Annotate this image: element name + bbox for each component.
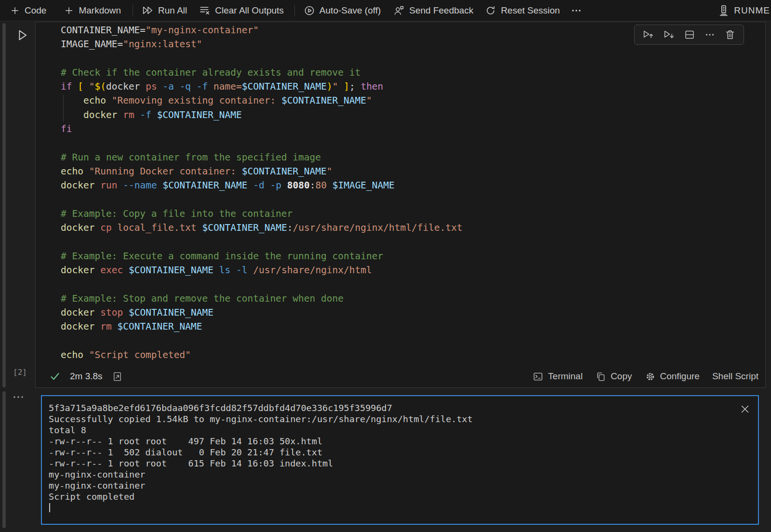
output-line: Successfully copied 1.54kB to my-nginx-c… xyxy=(49,413,739,425)
plus-icon xyxy=(10,5,20,16)
code-lines[interactable]: CONTAINER_NAME="my-nginx-container"IMAGE… xyxy=(61,23,764,362)
code-line[interactable] xyxy=(61,277,764,291)
code-line[interactable]: docker stop $CONTAINER_NAME xyxy=(61,306,764,319)
send-feedback-icon xyxy=(393,5,405,16)
execution-count: [2] xyxy=(13,367,27,378)
add-code-button[interactable]: Code xyxy=(10,5,46,16)
code-line[interactable]: # Run a new container from the specified… xyxy=(61,150,764,164)
code-line[interactable]: # Example: Stop and remove the container… xyxy=(61,292,764,306)
copy-label: Copy xyxy=(611,371,632,382)
terminal-button[interactable]: Terminal xyxy=(532,371,583,382)
run-all-button[interactable]: Run All xyxy=(142,4,187,16)
output-focus-bar xyxy=(2,391,6,528)
clear-outputs-icon xyxy=(199,4,211,16)
gear-icon xyxy=(645,371,656,382)
reset-session-button[interactable]: Reset Session xyxy=(485,5,560,16)
execute-above-icon[interactable] xyxy=(642,29,654,41)
code-line[interactable]: docker rm $CONTAINER_NAME xyxy=(61,319,764,333)
copy-button[interactable]: Copy xyxy=(595,371,632,382)
output-line: Script completed xyxy=(49,491,739,502)
output-line: my-nginx-container xyxy=(49,480,739,491)
runme-logo-icon xyxy=(717,4,730,17)
output-terminal[interactable]: 5f3a715a9a8be2efd6176bdaa096f3fcdd82f57d… xyxy=(41,395,759,525)
open-output-file-icon[interactable] xyxy=(112,371,123,382)
split-cell-icon[interactable] xyxy=(684,29,695,40)
code-line[interactable] xyxy=(61,334,764,348)
terminal-cursor xyxy=(49,503,50,512)
terminal-label: Terminal xyxy=(548,371,583,382)
clear-all-outputs-button[interactable]: Clear All Outputs xyxy=(199,4,284,16)
auto-save-toggle[interactable]: Auto-Save (off) xyxy=(304,5,381,16)
output-menu-button[interactable] xyxy=(12,391,25,403)
play-icon xyxy=(15,28,29,42)
output-line: total 8 xyxy=(49,425,739,436)
output-close-button[interactable] xyxy=(739,403,751,415)
run-all-label: Run All xyxy=(158,5,187,16)
code-line[interactable] xyxy=(61,136,764,150)
toolbar-separator xyxy=(294,5,295,16)
auto-save-icon xyxy=(304,5,315,16)
cell-status-bar: 2m 3.8s Terminal Copy Configure Shell Sc… xyxy=(36,365,765,387)
code-line[interactable]: # Example: Execute a command inside the … xyxy=(61,249,764,263)
execution-duration: 2m 3.8s xyxy=(70,371,103,382)
send-feedback-label: Send Feedback xyxy=(409,5,473,16)
code-line[interactable]: echo "Script completed" xyxy=(61,348,764,362)
indent-guide xyxy=(63,94,64,122)
more-actions-icon[interactable] xyxy=(704,29,716,40)
code-line[interactable]: docker run --name $CONTAINER_NAME -d -p … xyxy=(61,178,764,192)
delete-cell-icon[interactable] xyxy=(724,29,736,40)
code-line[interactable]: # Check if the container already exists … xyxy=(61,66,764,80)
terminal-icon xyxy=(532,371,544,382)
add-markdown-button[interactable]: Markdown xyxy=(64,5,121,16)
cell-focus-bar xyxy=(2,23,6,387)
code-line[interactable]: docker cp local_file.txt $CONTAINER_NAME… xyxy=(61,221,764,235)
send-feedback-button[interactable]: Send Feedback xyxy=(393,5,473,16)
plus-icon xyxy=(64,5,74,16)
language-label: Shell Script xyxy=(712,371,758,382)
notebook-window: Code Markdown Run All Clear All Outputs … xyxy=(0,0,771,532)
code-line[interactable] xyxy=(61,193,764,207)
toolbar-separator xyxy=(133,5,133,16)
output-lines: 5f3a715a9a8be2efd6176bdaa096f3fcdd82f57d… xyxy=(49,402,739,502)
add-markdown-label: Markdown xyxy=(79,5,121,16)
runme-brand[interactable]: RUNME xyxy=(717,4,770,17)
output-line: 5f3a715a9a8be2efd6176bdaa096f3fcdd82f57d… xyxy=(49,402,739,413)
code-cell: CONTAINER_NAME="my-nginx-container"IMAGE… xyxy=(35,22,766,388)
clear-all-outputs-label: Clear All Outputs xyxy=(215,5,284,16)
status-left: 2m 3.8s xyxy=(49,371,123,382)
run-all-icon xyxy=(142,4,154,16)
toolbar-more-button[interactable] xyxy=(571,5,582,16)
code-line[interactable]: docker exec $CONTAINER_NAME ls -l /usr/s… xyxy=(61,263,764,277)
code-line[interactable]: fi xyxy=(61,122,764,136)
output-line: -rw-r--r-- 1 root root 615 Feb 14 16:03 … xyxy=(49,458,739,469)
status-right: Terminal Copy Configure Shell Script xyxy=(532,371,758,382)
notebook-toolbar: Code Markdown Run All Clear All Outputs … xyxy=(0,0,771,21)
output-line: my-nginx-container xyxy=(49,469,739,480)
code-line[interactable] xyxy=(61,235,764,249)
add-code-label: Code xyxy=(25,5,46,16)
configure-label: Configure xyxy=(660,371,700,382)
output-line: -rw-r--r-- 1 root root 497 Feb 14 16:03 … xyxy=(49,436,739,447)
code-line[interactable]: # Example: Copy a file into the containe… xyxy=(61,207,764,221)
more-icon xyxy=(571,5,582,16)
output-line: -rw-r--r-- 1 502 dialout 0 Feb 20 21:47 … xyxy=(49,447,739,458)
code-line[interactable]: if [ "$(docker ps -a -q -f name=$CONTAIN… xyxy=(61,80,764,93)
code-line[interactable]: docker rm -f $CONTAINER_NAME xyxy=(61,108,764,122)
cell-toolbar xyxy=(634,25,744,45)
code-line[interactable]: echo "Removing existing container: $CONT… xyxy=(61,93,764,107)
execute-below-icon[interactable] xyxy=(663,29,675,41)
language-picker[interactable]: Shell Script xyxy=(712,371,758,382)
copy-icon xyxy=(595,371,606,382)
reset-session-icon xyxy=(485,5,496,16)
close-icon xyxy=(739,403,751,415)
code-line[interactable] xyxy=(61,52,764,66)
success-check-icon xyxy=(49,371,61,382)
code-line[interactable]: echo "Running Docker container: $CONTAIN… xyxy=(61,164,764,178)
runme-brand-label: RUNME xyxy=(734,5,770,16)
auto-save-label: Auto-Save (off) xyxy=(319,5,381,16)
run-cell-button[interactable] xyxy=(15,28,29,42)
configure-button[interactable]: Configure xyxy=(645,371,700,382)
kebab-dots-icon xyxy=(12,391,25,403)
reset-session-label: Reset Session xyxy=(501,5,560,16)
